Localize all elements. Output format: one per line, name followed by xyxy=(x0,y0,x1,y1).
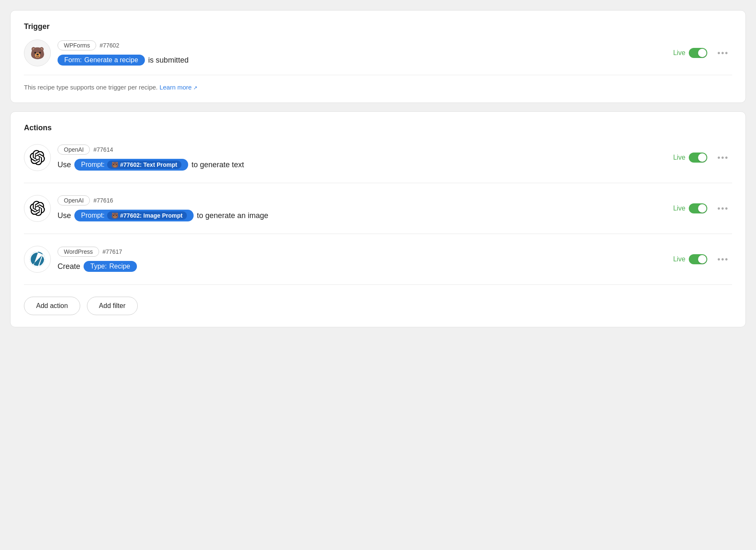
action-tag-value-2: #77602: Image Prompt xyxy=(120,212,183,219)
trigger-left: 🐻 WPForms #77602 Form:Generate a recipe … xyxy=(24,39,189,66)
action-item-3: WordPress #77617 Create Type:Recipe Live… xyxy=(24,242,732,276)
trigger-tag[interactable]: Form:Generate a recipe xyxy=(58,55,145,66)
trigger-badge: WPForms xyxy=(58,40,96,50)
action-item-2: OpenAI #77616 Use Prompt: 🐻 #77602: Imag… xyxy=(24,192,732,225)
trigger-content: WPForms #77602 Form:Generate a recipe is… xyxy=(58,40,189,66)
action-toggle-1[interactable] xyxy=(689,153,707,163)
action-id-1: #77614 xyxy=(93,146,113,153)
action-divider-2 xyxy=(24,234,732,234)
action-more-1[interactable]: ••• xyxy=(714,151,732,164)
trigger-avatar: 🐻 xyxy=(24,39,51,66)
action-content-3: WordPress #77617 Create Type:Recipe xyxy=(58,247,667,272)
trigger-learn-more-text: This recipe type supports one trigger pe… xyxy=(24,84,732,91)
openai-svg-2 xyxy=(30,201,45,216)
action-more-3[interactable]: ••• xyxy=(714,253,732,266)
action-badge-3: WordPress xyxy=(58,247,99,257)
trigger-tag-prefix: Form: xyxy=(64,56,82,64)
action-badge-2: OpenAI xyxy=(58,195,90,205)
action-line-1: Use Prompt: 🐻 #77602: Text Prompt to gen… xyxy=(58,159,667,171)
trigger-action-suffix: is submitted xyxy=(148,56,189,65)
trigger-toggle[interactable] xyxy=(689,48,707,58)
wordpress-icon-3 xyxy=(24,246,51,273)
action-tag-inner-1: 🐻 #77602: Text Prompt xyxy=(107,161,181,169)
actions-card: Actions OpenAI #77614 Use Prompt: xyxy=(10,111,746,327)
action-tag-label-1: Prompt: xyxy=(81,161,105,168)
trigger-tag-value: Generate a recipe xyxy=(84,56,138,64)
action-toggle-2[interactable] xyxy=(689,203,707,213)
trigger-learn-more-link[interactable]: Learn more xyxy=(160,84,197,91)
action-tag-1[interactable]: Prompt: 🐻 #77602: Text Prompt xyxy=(74,159,188,171)
actions-title: Actions xyxy=(24,124,732,132)
add-buttons-row: Add action Add filter xyxy=(24,293,732,315)
trigger-badge-row: WPForms #77602 xyxy=(58,40,189,50)
trigger-row: 🐻 WPForms #77602 Form:Generate a recipe … xyxy=(24,39,732,66)
action-line-2: Use Prompt: 🐻 #77602: Image Prompt to ge… xyxy=(58,210,667,221)
action-left-2: OpenAI #77616 Use Prompt: 🐻 #77602: Imag… xyxy=(24,195,667,222)
action-tag-value-3: Recipe xyxy=(109,263,130,270)
action-badge-row-3: WordPress #77617 xyxy=(58,247,667,257)
action-more-2[interactable]: ••• xyxy=(714,202,732,215)
action-content-2: OpenAI #77616 Use Prompt: 🐻 #77602: Imag… xyxy=(58,195,667,221)
action-line-3: Create Type:Recipe xyxy=(58,261,667,272)
trigger-live: Live xyxy=(673,48,707,58)
action-tag-inner-2: 🐻 #77602: Image Prompt xyxy=(107,211,187,220)
action-tag-2[interactable]: Prompt: 🐻 #77602: Image Prompt xyxy=(74,210,194,221)
action-right-3: Live ••• xyxy=(673,253,732,266)
trigger-live-label: Live xyxy=(673,49,685,57)
action-id-2: #77616 xyxy=(93,197,113,204)
openai-icon-1 xyxy=(24,144,51,171)
trigger-right: Live ••• xyxy=(673,47,732,60)
action-item-1: OpenAI #77614 Use Prompt: 🐻 #77602: Text… xyxy=(24,141,732,174)
action-content-1: OpenAI #77614 Use Prompt: 🐻 #77602: Text… xyxy=(58,145,667,171)
add-action-button[interactable]: Add action xyxy=(24,297,80,315)
action-prefix-3: Create xyxy=(58,262,80,271)
trigger-info-text: This recipe type supports one trigger pe… xyxy=(24,84,158,91)
action-divider-3 xyxy=(24,284,732,285)
action-tag-label-2: Prompt: xyxy=(81,212,105,219)
action-tag-label-3: Type: xyxy=(90,263,107,270)
action-badge-row-2: OpenAI #77616 xyxy=(58,195,667,205)
action-live-1: Live xyxy=(673,153,707,163)
action-live-label-1: Live xyxy=(673,154,685,161)
trigger-more-button[interactable]: ••• xyxy=(714,47,732,60)
trigger-divider xyxy=(24,75,732,75)
action-left-3: WordPress #77617 Create Type:Recipe xyxy=(24,246,667,273)
wordpress-svg-3 xyxy=(29,251,46,268)
action-right-2: Live ••• xyxy=(673,202,732,215)
action-suffix-1: to generate text xyxy=(192,161,244,169)
action-tag-emoji-1: 🐻 xyxy=(111,161,118,168)
openai-svg-1 xyxy=(30,150,45,165)
action-tag-3[interactable]: Type:Recipe xyxy=(84,261,137,272)
action-tag-value-1: #77602: Text Prompt xyxy=(120,161,177,168)
action-badge-1: OpenAI xyxy=(58,145,90,155)
action-live-2: Live xyxy=(673,203,707,213)
action-id-3: #77617 xyxy=(102,248,122,255)
action-live-label-2: Live xyxy=(673,205,685,212)
trigger-title: Trigger xyxy=(24,22,732,31)
action-right-1: Live ••• xyxy=(673,151,732,164)
trigger-avatar-emoji: 🐻 xyxy=(30,46,45,60)
action-suffix-2: to generate an image xyxy=(197,211,268,220)
action-prefix-2: Use xyxy=(58,211,71,220)
action-badge-row-1: OpenAI #77614 xyxy=(58,145,667,155)
trigger-card: Trigger 🐻 WPForms #77602 Form:Generate a… xyxy=(10,10,746,103)
action-live-3: Live xyxy=(673,254,707,264)
action-live-label-3: Live xyxy=(673,255,685,263)
action-toggle-3[interactable] xyxy=(689,254,707,264)
trigger-id: #77602 xyxy=(100,42,119,49)
openai-icon-2 xyxy=(24,195,51,222)
action-left-1: OpenAI #77614 Use Prompt: 🐻 #77602: Text… xyxy=(24,144,667,171)
action-divider-1 xyxy=(24,183,732,183)
action-tag-emoji-2: 🐻 xyxy=(111,212,118,219)
trigger-action-line: Form:Generate a recipe is submitted xyxy=(58,55,189,66)
action-prefix-1: Use xyxy=(58,161,71,169)
add-filter-button[interactable]: Add filter xyxy=(87,297,138,315)
